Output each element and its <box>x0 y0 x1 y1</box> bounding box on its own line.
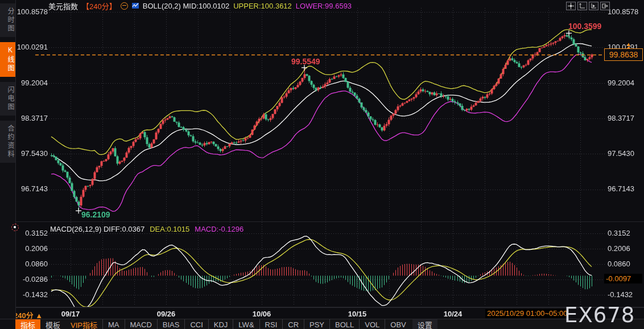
y-axis-label: 99.2004 <box>15 79 48 87</box>
x-axis-label: 10/06 <box>253 310 271 318</box>
chart-canvas[interactable] <box>0 0 644 319</box>
boll-indicator-icon <box>132 2 139 9</box>
sidebar-tab-kline[interactable]: K线图 <box>0 42 15 77</box>
toolbar-item-rsi[interactable]: RSI <box>259 319 283 329</box>
macd-y-label: 0.3152 <box>608 229 643 237</box>
macd-y-label: 0.2006 <box>608 244 643 253</box>
macd-dea-value: DEA:0.1015 <box>150 225 189 233</box>
sidebar-tab-contract-info[interactable]: 合约资料 <box>0 121 15 163</box>
symbol-name: 美元指数 <box>48 1 78 11</box>
toolbar-item-obv[interactable]: OBV <box>385 319 411 329</box>
macd-value-box: -0.0097 <box>604 274 642 283</box>
period-badge: 【240分】 <box>82 1 117 11</box>
crosshair-icon[interactable] <box>566 2 576 10</box>
x-axis-label: 10/15 <box>348 310 367 318</box>
boll-lower-value: LOWER:99.6593 <box>296 2 352 10</box>
boll-upper-value: UPPER:100.3612 <box>233 2 292 10</box>
toolbar-item-vol[interactable]: VOL <box>359 319 385 329</box>
collapse-indicator-icon[interactable] <box>121 2 128 10</box>
toolbar-item-kdj[interactable]: KDJ <box>208 319 233 329</box>
y-axis-label: 97.5430 <box>15 149 48 158</box>
watermark: EX678 <box>564 304 635 327</box>
indicator-dot-icon[interactable] <box>11 224 19 231</box>
sidebar-tab-timeline[interactable]: 分时图 <box>0 3 15 37</box>
toolbar-item-bias[interactable]: BIAS <box>157 319 185 329</box>
y-axis-label: 100.8578 <box>608 7 643 16</box>
price-pin-icon: ▲ <box>626 42 631 49</box>
toolbar-item-indicator[interactable]: 指标 <box>15 319 40 329</box>
macd-y-label: -0.0286 <box>15 275 48 283</box>
macd-y-label: -0.1432 <box>15 290 48 299</box>
toolbar-item-template[interactable]: 模板 <box>40 319 65 329</box>
boll-mid-value: BOLL(20,2) MID:100.0102 <box>143 2 229 10</box>
toolbar-item-boll[interactable]: BOLL <box>329 319 359 329</box>
toolbar-item-ma[interactable]: MA <box>102 319 125 329</box>
y-axis-label: 96.7143 <box>15 184 48 193</box>
toolbar-spacer <box>0 319 15 329</box>
chart-type-sidebar: 分时图 K线图 闪电图 合约资料 <box>0 0 16 319</box>
chart-window: 分时图 K线图 闪电图 合约资料 美元指数 【240分】 BOLL(20,2) … <box>0 0 644 329</box>
toolbar-item-vip[interactable]: VIP指标 <box>65 319 102 329</box>
x-axis-label: 10/24 <box>444 310 463 318</box>
y-axis-label: 100.0291 <box>15 43 48 51</box>
sidebar-tab-flash[interactable]: 闪电图 <box>0 82 15 116</box>
annotation-low: 96.2109 <box>81 210 110 219</box>
y-axis-label: 99.2004 <box>608 79 643 87</box>
last-price-box: 99.8638 <box>604 48 643 61</box>
indicator-toolbar: 指标 模板 VIP指标 MA MACD BIAS CCI KDJ LW& RSI… <box>0 319 644 329</box>
macd-params-diff: MACD(26,12,9) DIFF:0.0367 <box>50 225 145 233</box>
annotation-high: 100.3599 <box>568 22 601 31</box>
toolbar-item-psy[interactable]: PSY <box>304 319 329 329</box>
toolbar-item-cr[interactable]: CR <box>282 319 304 329</box>
y-axis-label: 100.8578 <box>15 7 48 16</box>
current-bar-time: 2025/10/29 01:00~05:00 <box>485 309 569 318</box>
chart-tool-icons <box>566 2 610 10</box>
y-axis-label: 97.5430 <box>608 149 643 158</box>
macd-value: MACD:-0.1296 <box>195 225 243 233</box>
macd-y-label: 0.0860 <box>608 260 643 268</box>
toolbar-item-settings[interactable]: 设置 <box>412 319 437 329</box>
y-axis-label: 96.7143 <box>608 184 643 193</box>
macd-y-label: 0.0860 <box>15 260 48 268</box>
toolbar-item-lw[interactable]: LW& <box>233 319 259 329</box>
toolbar-item-macd[interactable]: MACD <box>125 319 157 329</box>
axis-play-icon[interactable] <box>589 2 598 10</box>
macd-y-label: 0.2006 <box>15 244 48 253</box>
y-axis-label: 98.3717 <box>15 114 48 122</box>
macd-header: MACD(26,12,9) DIFF:0.0367 DEA:0.1015 MAC… <box>50 225 243 233</box>
annotation-swing-high: 99.5549 <box>291 57 320 66</box>
macd-y-label: 0.3152 <box>15 229 48 237</box>
export-right-icon[interactable] <box>600 2 610 10</box>
x-axis-label: 09/17 <box>61 310 80 318</box>
axis-scale-icon[interactable] <box>577 2 587 10</box>
toolbar-item-cci[interactable]: CCI <box>184 319 208 329</box>
x-axis-label: 09/26 <box>157 310 176 318</box>
time-axis: 240分 ▲ 09/17 09/26 10/06 10/15 10/24 202… <box>0 307 644 319</box>
chart-header: 美元指数 【240分】 BOLL(20,2) MID:100.0102 UPPE… <box>48 1 352 10</box>
macd-y-label: -0.1432 <box>608 290 643 299</box>
y-axis-label: 98.3717 <box>608 114 643 122</box>
